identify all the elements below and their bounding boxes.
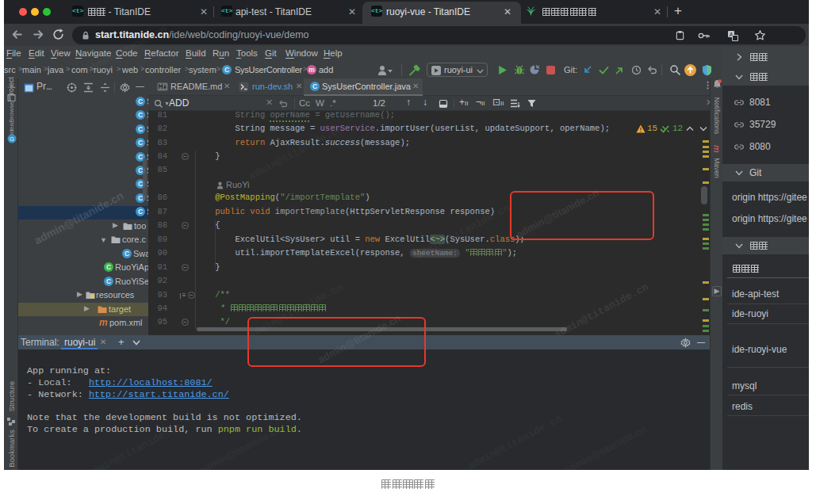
svg-text:G: G [10, 136, 14, 143]
